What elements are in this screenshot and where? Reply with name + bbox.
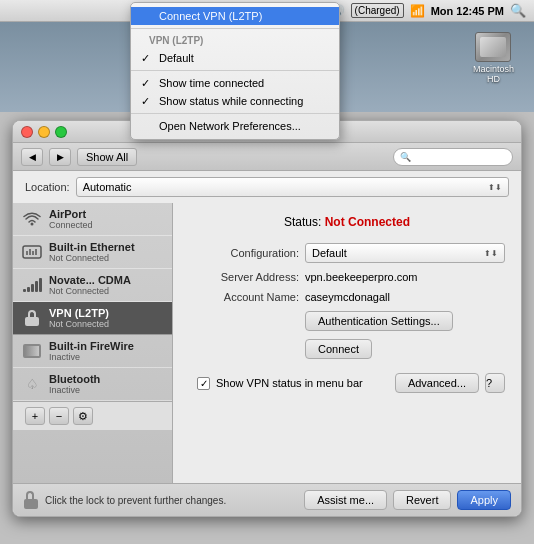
maximize-button[interactable]: [55, 126, 67, 138]
wifi-signal-icon[interactable]: 📶: [410, 4, 425, 18]
lock-text: Click the lock to prevent further change…: [45, 495, 226, 506]
network-window: Network ◀ ▶ Show All 🔍 Location: Automat…: [12, 120, 522, 517]
status-line: Status: Not Connected: [189, 215, 505, 229]
bluetooth-status: Inactive: [49, 385, 164, 395]
menubar: VPN 🖥 🔊 (Charged) 📶 Mon 12:45 PM 🔍 Conne…: [0, 0, 534, 22]
server-row: Server Address: vpn.beekeeperpro.com: [189, 271, 505, 283]
auth-settings-button[interactable]: Authentication Settings...: [305, 311, 453, 331]
show-vpn-checkbox[interactable]: ✓: [197, 377, 210, 390]
svg-point-0: [31, 223, 34, 226]
lock-wrap[interactable]: Click the lock to prevent further change…: [23, 491, 226, 509]
minimize-button[interactable]: [38, 126, 50, 138]
open-prefs-item[interactable]: Open Network Preferences...: [131, 117, 339, 135]
ethernet-status: Not Connected: [49, 253, 164, 263]
bluetooth-info: Bluetooth Inactive: [49, 373, 164, 395]
back-button[interactable]: ◀: [21, 148, 43, 166]
server-value: vpn.beekeeperpro.com: [305, 271, 505, 283]
service-settings-button[interactable]: ⚙: [73, 407, 93, 425]
cdma-info: Novate... CDMA Not Connected: [49, 274, 164, 296]
remove-service-button[interactable]: −: [49, 407, 69, 425]
vpn-dropdown-menu: Connect VPN (L2TP) VPN (L2TP) ✓ Default …: [130, 0, 340, 140]
sidebar-item-bluetooth[interactable]: ♤ Bluetooth Inactive: [13, 368, 172, 401]
battery-icon[interactable]: (Charged): [351, 3, 404, 18]
wifi-icon: [21, 208, 43, 230]
connect-button[interactable]: Connect: [305, 339, 372, 359]
search-icon: 🔍: [400, 152, 411, 162]
close-button[interactable]: [21, 126, 33, 138]
sidebar-item-airport[interactable]: AirPort Connected: [13, 203, 172, 236]
add-service-button[interactable]: +: [25, 407, 45, 425]
config-arrow-icon: ⬆⬇: [484, 249, 498, 258]
account-label: Account Name:: [189, 291, 299, 303]
cdma-status: Not Connected: [49, 286, 164, 296]
config-label: Configuration:: [189, 247, 299, 259]
cdma-name: Novate... CDMA: [49, 274, 164, 286]
ethernet-info: Built-in Ethernet Not Connected: [49, 241, 164, 263]
vpn-icon: [21, 307, 43, 329]
sidebar-bottom-panel: + − ⚙: [13, 401, 172, 430]
help-button[interactable]: ?: [485, 373, 505, 393]
sidebar-item-cdma[interactable]: Novate... CDMA Not Connected: [13, 269, 172, 302]
config-select[interactable]: Default ⬆⬇: [305, 243, 505, 263]
show-all-button[interactable]: Show All: [77, 148, 137, 166]
firewire-name: Built-in FireWire: [49, 340, 164, 352]
sidebar-controls: + − ⚙: [25, 407, 93, 425]
main-content: AirPort Connected Built-in Ethernet: [13, 203, 521, 483]
show-vpn-label: Show VPN status in menu bar: [216, 377, 363, 389]
signal-icon: [21, 274, 43, 296]
separator-3: [131, 113, 339, 114]
hd-disk-inner: [480, 37, 506, 57]
firewire-icon: [21, 340, 43, 362]
vpn-info: VPN (L2TP) Not Connected: [49, 307, 164, 329]
location-select[interactable]: Automatic ⬆⬇: [76, 177, 509, 197]
sidebar-item-ethernet[interactable]: Built-in Ethernet Not Connected: [13, 236, 172, 269]
vpn-name: VPN (L2TP): [49, 307, 164, 319]
ethernet-icon: [21, 241, 43, 263]
status-value: Not Connected: [325, 215, 410, 229]
connect-vpn-item[interactable]: Connect VPN (L2TP): [131, 7, 339, 25]
forward-button[interactable]: ▶: [49, 148, 71, 166]
show-vpn-row: ✓ Show VPN status in menu bar Advanced..…: [197, 369, 505, 397]
search-box[interactable]: 🔍: [393, 148, 513, 166]
footer-buttons: Assist me... Revert Apply: [304, 490, 511, 510]
check-icon-status: ✓: [141, 95, 150, 108]
bluetooth-icon: ♤: [21, 373, 43, 395]
firewire-status: Inactive: [49, 352, 164, 362]
location-bar: Location: Automatic ⬆⬇: [13, 171, 521, 203]
location-label: Location:: [25, 181, 70, 193]
show-status-item[interactable]: ✓ Show status while connecting: [131, 92, 339, 110]
sidebar-item-vpn[interactable]: VPN (L2TP) Not Connected: [13, 302, 172, 335]
sidebar-item-firewire[interactable]: Built-in FireWire Inactive: [13, 335, 172, 368]
firewire-info: Built-in FireWire Inactive: [49, 340, 164, 362]
connect-btn-wrapper: Connect: [305, 339, 505, 359]
revert-button[interactable]: Revert: [393, 490, 451, 510]
traffic-lights: [21, 126, 67, 138]
location-arrow-icon: ⬆⬇: [488, 183, 502, 192]
assist-button[interactable]: Assist me...: [304, 490, 387, 510]
apply-button[interactable]: Apply: [457, 490, 511, 510]
window-footer: Click the lock to prevent further change…: [13, 483, 521, 516]
show-time-item[interactable]: ✓ Show time connected: [131, 74, 339, 92]
airport-status: Connected: [49, 220, 164, 230]
status-label: Status:: [284, 215, 321, 229]
sidebar: AirPort Connected Built-in Ethernet: [13, 203, 173, 483]
auth-btn-wrapper: Authentication Settings...: [305, 311, 505, 331]
check-icon-time: ✓: [141, 77, 150, 90]
bluetooth-name: Bluetooth: [49, 373, 164, 385]
server-label: Server Address:: [189, 271, 299, 283]
default-item[interactable]: ✓ Default: [131, 49, 339, 67]
airport-info: AirPort Connected: [49, 208, 164, 230]
spotlight-icon[interactable]: 🔍: [510, 3, 526, 18]
location-value: Automatic: [83, 181, 132, 193]
hd-icon[interactable]: MacintoshHD: [473, 32, 514, 84]
account-value: caseymcdonagall: [305, 291, 505, 303]
advanced-button[interactable]: Advanced...: [395, 373, 479, 393]
detail-panel: Status: Not Connected Configuration: Def…: [173, 203, 521, 483]
window-toolbar: ◀ ▶ Show All 🔍: [13, 143, 521, 171]
separator-1: [131, 28, 339, 29]
vpn-section-label: VPN (L2TP): [131, 32, 339, 49]
svg-rect-1: [23, 246, 41, 258]
hd-disk: [475, 32, 511, 62]
ethernet-name: Built-in Ethernet: [49, 241, 164, 253]
config-value: Default: [312, 247, 347, 259]
